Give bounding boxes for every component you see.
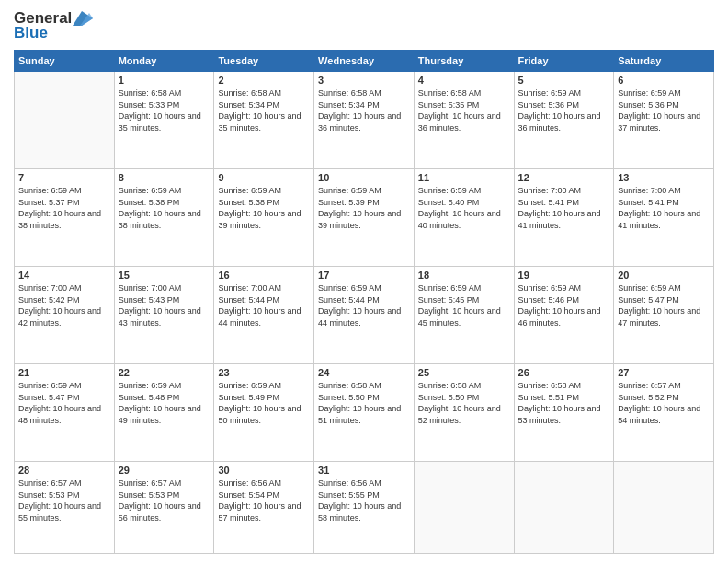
day-info: Sunrise: 6:59 AM Sunset: 5:46 PM Dayligh… [518, 282, 610, 328]
calendar-table: SundayMondayTuesdayWednesdayThursdayFrid… [14, 50, 714, 554]
day-info: Sunrise: 6:58 AM Sunset: 5:34 PM Dayligh… [218, 87, 310, 133]
calendar-day-cell: 24 Sunrise: 6:58 AM Sunset: 5:50 PM Dayl… [314, 364, 415, 462]
calendar-day-cell: 2 Sunrise: 6:58 AM Sunset: 5:34 PM Dayli… [214, 72, 314, 169]
day-number: 26 [518, 367, 610, 378]
day-info: Sunrise: 6:58 AM Sunset: 5:35 PM Dayligh… [418, 87, 510, 133]
calendar-body: 1 Sunrise: 6:58 AM Sunset: 5:33 PM Dayli… [15, 72, 714, 554]
calendar-header-row: SundayMondayTuesdayWednesdayThursdayFrid… [15, 51, 714, 72]
logo: General Blue [14, 9, 93, 42]
day-info: Sunrise: 6:56 AM Sunset: 5:55 PM Dayligh… [318, 477, 410, 523]
day-info: Sunrise: 7:00 AM Sunset: 5:42 PM Dayligh… [18, 282, 110, 328]
calendar-day-cell: 4 Sunrise: 6:58 AM Sunset: 5:35 PM Dayli… [414, 72, 514, 169]
day-info: Sunrise: 6:59 AM Sunset: 5:49 PM Dayligh… [218, 380, 310, 426]
calendar-day-cell: 25 Sunrise: 6:58 AM Sunset: 5:50 PM Dayl… [414, 364, 514, 462]
day-number: 17 [318, 270, 410, 281]
day-info: Sunrise: 6:59 AM Sunset: 5:45 PM Dayligh… [418, 282, 510, 328]
day-number: 11 [418, 172, 510, 183]
calendar-day-cell [15, 72, 115, 169]
day-info: Sunrise: 6:58 AM Sunset: 5:33 PM Dayligh… [119, 87, 210, 133]
calendar-week-row: 7 Sunrise: 6:59 AM Sunset: 5:37 PM Dayli… [15, 169, 714, 267]
calendar-day-cell: 9 Sunrise: 6:59 AM Sunset: 5:38 PM Dayli… [214, 169, 314, 267]
calendar-day-cell: 22 Sunrise: 6:59 AM Sunset: 5:48 PM Dayl… [114, 364, 214, 462]
calendar-day-cell: 21 Sunrise: 6:59 AM Sunset: 5:47 PM Dayl… [15, 364, 115, 462]
calendar-day-cell: 28 Sunrise: 6:57 AM Sunset: 5:53 PM Dayl… [15, 462, 115, 554]
page: General Blue SundayMondayTuesdayWednesda… [0, 0, 728, 563]
calendar-week-row: 28 Sunrise: 6:57 AM Sunset: 5:53 PM Dayl… [15, 462, 714, 554]
calendar-day-cell: 19 Sunrise: 6:59 AM Sunset: 5:46 PM Dayl… [514, 267, 614, 364]
day-number: 20 [618, 270, 710, 281]
day-info: Sunrise: 6:59 AM Sunset: 5:40 PM Dayligh… [418, 185, 510, 231]
day-info: Sunrise: 6:59 AM Sunset: 5:39 PM Dayligh… [318, 185, 410, 231]
day-number: 8 [119, 172, 210, 183]
day-number: 21 [18, 367, 110, 378]
calendar-day-cell: 29 Sunrise: 6:57 AM Sunset: 5:53 PM Dayl… [114, 462, 214, 554]
calendar-day-cell: 13 Sunrise: 7:00 AM Sunset: 5:41 PM Dayl… [614, 169, 714, 267]
day-info: Sunrise: 6:57 AM Sunset: 5:53 PM Dayligh… [119, 477, 210, 523]
calendar-week-row: 21 Sunrise: 6:59 AM Sunset: 5:47 PM Dayl… [15, 364, 714, 462]
day-info: Sunrise: 6:59 AM Sunset: 5:38 PM Dayligh… [218, 185, 310, 231]
day-number: 10 [318, 172, 410, 183]
day-number: 6 [618, 75, 710, 86]
calendar-day-cell: 10 Sunrise: 6:59 AM Sunset: 5:39 PM Dayl… [314, 169, 415, 267]
calendar-day-cell: 7 Sunrise: 6:59 AM Sunset: 5:37 PM Dayli… [15, 169, 115, 267]
day-number: 15 [119, 270, 210, 281]
calendar-day-cell: 1 Sunrise: 6:58 AM Sunset: 5:33 PM Dayli… [114, 72, 214, 169]
day-number: 24 [318, 367, 410, 378]
calendar-day-cell: 3 Sunrise: 6:58 AM Sunset: 5:34 PM Dayli… [314, 72, 415, 169]
day-number: 31 [318, 465, 410, 476]
header: General Blue [14, 9, 714, 42]
day-number: 29 [119, 465, 210, 476]
day-info: Sunrise: 6:59 AM Sunset: 5:38 PM Dayligh… [119, 185, 210, 231]
calendar-day-cell: 8 Sunrise: 6:59 AM Sunset: 5:38 PM Dayli… [114, 169, 214, 267]
day-number: 22 [119, 367, 210, 378]
day-number: 7 [18, 172, 110, 183]
day-info: Sunrise: 6:59 AM Sunset: 5:48 PM Dayligh… [119, 380, 210, 426]
day-number: 2 [218, 75, 310, 86]
calendar-header-cell: Wednesday [314, 51, 415, 72]
calendar-day-cell: 16 Sunrise: 7:00 AM Sunset: 5:44 PM Dayl… [214, 267, 314, 364]
day-info: Sunrise: 6:58 AM Sunset: 5:51 PM Dayligh… [518, 380, 610, 426]
calendar-header-cell: Friday [514, 51, 614, 72]
day-info: Sunrise: 6:58 AM Sunset: 5:50 PM Dayligh… [318, 380, 410, 426]
calendar-day-cell: 23 Sunrise: 6:59 AM Sunset: 5:49 PM Dayl… [214, 364, 314, 462]
day-info: Sunrise: 6:59 AM Sunset: 5:36 PM Dayligh… [518, 87, 610, 133]
calendar-day-cell: 18 Sunrise: 6:59 AM Sunset: 5:45 PM Dayl… [414, 267, 514, 364]
day-number: 19 [518, 270, 610, 281]
calendar-day-cell: 30 Sunrise: 6:56 AM Sunset: 5:54 PM Dayl… [214, 462, 314, 554]
day-number: 25 [418, 367, 510, 378]
day-info: Sunrise: 6:59 AM Sunset: 5:47 PM Dayligh… [18, 380, 110, 426]
calendar-day-cell: 20 Sunrise: 6:59 AM Sunset: 5:47 PM Dayl… [614, 267, 714, 364]
calendar-header-cell: Sunday [15, 51, 115, 72]
day-info: Sunrise: 6:59 AM Sunset: 5:44 PM Dayligh… [318, 282, 410, 328]
day-number: 16 [218, 270, 310, 281]
calendar-day-cell: 5 Sunrise: 6:59 AM Sunset: 5:36 PM Dayli… [514, 72, 614, 169]
calendar-day-cell: 6 Sunrise: 6:59 AM Sunset: 5:36 PM Dayli… [614, 72, 714, 169]
calendar-day-cell: 31 Sunrise: 6:56 AM Sunset: 5:55 PM Dayl… [314, 462, 415, 554]
calendar-week-row: 1 Sunrise: 6:58 AM Sunset: 5:33 PM Dayli… [15, 72, 714, 169]
calendar-day-cell [514, 462, 614, 554]
day-info: Sunrise: 7:00 AM Sunset: 5:41 PM Dayligh… [618, 185, 710, 231]
day-info: Sunrise: 6:59 AM Sunset: 5:37 PM Dayligh… [18, 185, 110, 231]
calendar-day-cell: 26 Sunrise: 6:58 AM Sunset: 5:51 PM Dayl… [514, 364, 614, 462]
day-info: Sunrise: 6:57 AM Sunset: 5:52 PM Dayligh… [618, 380, 710, 426]
day-number: 18 [418, 270, 510, 281]
logo-blue: Blue [14, 24, 48, 42]
calendar-day-cell: 17 Sunrise: 6:59 AM Sunset: 5:44 PM Dayl… [314, 267, 415, 364]
calendar-day-cell: 11 Sunrise: 6:59 AM Sunset: 5:40 PM Dayl… [414, 169, 514, 267]
calendar-day-cell: 14 Sunrise: 7:00 AM Sunset: 5:42 PM Dayl… [15, 267, 115, 364]
calendar-header-cell: Saturday [614, 51, 714, 72]
calendar-header-cell: Monday [114, 51, 214, 72]
day-number: 28 [18, 465, 110, 476]
day-info: Sunrise: 6:56 AM Sunset: 5:54 PM Dayligh… [218, 477, 310, 523]
calendar-day-cell: 12 Sunrise: 7:00 AM Sunset: 5:41 PM Dayl… [514, 169, 614, 267]
day-number: 23 [218, 367, 310, 378]
day-number: 13 [618, 172, 710, 183]
day-info: Sunrise: 7:00 AM Sunset: 5:43 PM Dayligh… [119, 282, 210, 328]
day-info: Sunrise: 6:58 AM Sunset: 5:34 PM Dayligh… [318, 87, 410, 133]
logo-icon [73, 11, 93, 26]
calendar-header-cell: Tuesday [214, 51, 314, 72]
day-info: Sunrise: 6:59 AM Sunset: 5:36 PM Dayligh… [618, 87, 710, 133]
day-number: 14 [18, 270, 110, 281]
day-info: Sunrise: 7:00 AM Sunset: 5:44 PM Dayligh… [218, 282, 310, 328]
day-number: 27 [618, 367, 710, 378]
